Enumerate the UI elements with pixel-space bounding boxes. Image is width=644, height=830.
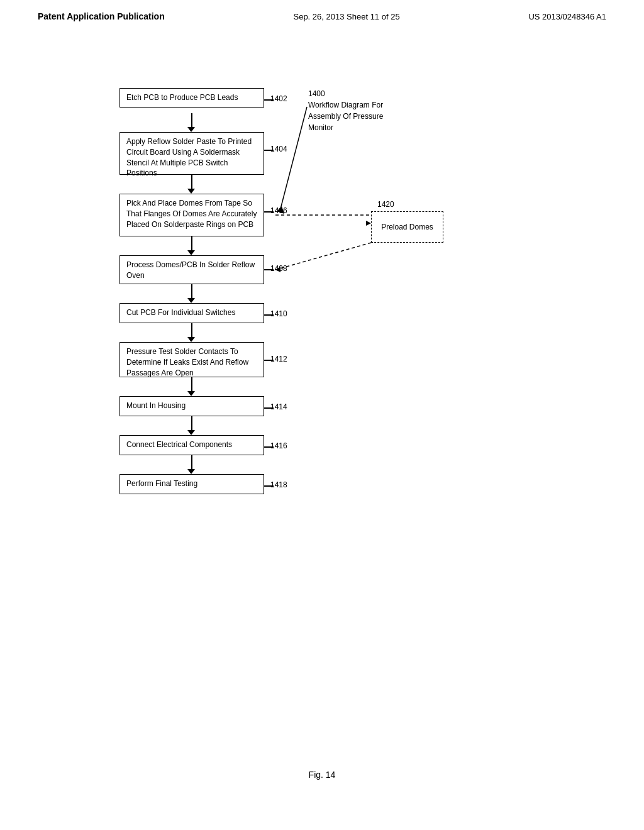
page-header: Patent Application Publication Sep. 26, … <box>0 0 644 21</box>
arrow-8-9 <box>187 469 195 474</box>
svg-marker-3 <box>366 221 371 226</box>
label-1418: 1418 <box>270 480 287 489</box>
hline-1414 <box>264 407 274 409</box>
box-1406: Pick And Place Domes From Tape So That F… <box>119 194 264 236</box>
label-1404: 1404 <box>270 145 287 153</box>
arrow-1-2 <box>187 127 195 132</box>
box-1418: Perform Final Testing <box>119 474 264 494</box>
hline-1410 <box>264 314 274 316</box>
box-1404: Apply Reflow Solder Paste To Printed Cir… <box>119 132 264 175</box>
arrow-4-5 <box>187 298 195 303</box>
label-1402: 1402 <box>270 94 287 103</box>
label-1412: 1412 <box>270 355 287 363</box>
label-1410: 1410 <box>270 309 287 318</box>
svg-line-4 <box>275 243 371 270</box>
label-1416: 1416 <box>270 441 287 450</box>
box-1414: Mount In Housing <box>119 396 264 416</box>
vline-1-2 <box>191 113 192 127</box>
hline-1404 <box>264 150 274 151</box>
arrow-3-4 <box>187 250 195 255</box>
annotation-arrow-svg <box>63 88 472 277</box>
hline-1402 <box>264 99 274 101</box>
label-1408: 1408 <box>270 264 287 273</box>
box-1412: Pressure Test Solder Contacts To Determi… <box>119 342 264 377</box>
header-right: US 2013/0248346 A1 <box>528 12 606 21</box>
arrow-6-7 <box>187 391 195 396</box>
hline-1416 <box>264 446 274 448</box>
header-center: Sep. 26, 2013 Sheet 11 of 25 <box>293 12 399 21</box>
vline-5-6 <box>191 323 192 337</box>
diagram-area: Etch PCB to Produce PCB Leads 1402 Apply… <box>63 88 579 654</box>
label-1420: 1420 <box>377 200 394 209</box>
box-1408: Process Domes/PCB In Solder Reflow Oven <box>119 255 264 284</box>
hline-1406 <box>264 211 274 213</box>
hline-1408 <box>264 269 274 270</box>
hline-1412 <box>264 360 274 361</box>
vline-4-5 <box>191 284 192 298</box>
box-1416: Connect Electrical Components <box>119 435 264 455</box>
label-1414: 1414 <box>270 402 287 411</box>
hline-1418 <box>264 485 274 487</box>
vline-6-7 <box>191 377 192 391</box>
box-1402: Etch PCB to Produce PCB Leads <box>119 88 264 108</box>
arrow-7-8 <box>187 430 195 435</box>
side-box-1420: Preload Domes <box>371 211 443 243</box>
vline-8-9 <box>191 455 192 469</box>
vline-3-4 <box>191 236 192 250</box>
label-1406: 1406 <box>270 206 287 215</box>
arrow-2-3 <box>187 189 195 194</box>
box-1410: Cut PCB For Individual Switches <box>119 303 264 323</box>
page: Patent Application Publication Sep. 26, … <box>0 0 644 830</box>
vline-2-3 <box>191 175 192 189</box>
svg-line-0 <box>280 107 307 211</box>
vline-7-8 <box>191 416 192 430</box>
header-left: Patent Application Publication <box>38 11 165 21</box>
arrow-5-6 <box>187 337 195 342</box>
figure-label: Fig. 14 <box>309 770 336 780</box>
diagram-title: 1400 Workflow Diagram For Assembly Of Pr… <box>308 88 383 133</box>
